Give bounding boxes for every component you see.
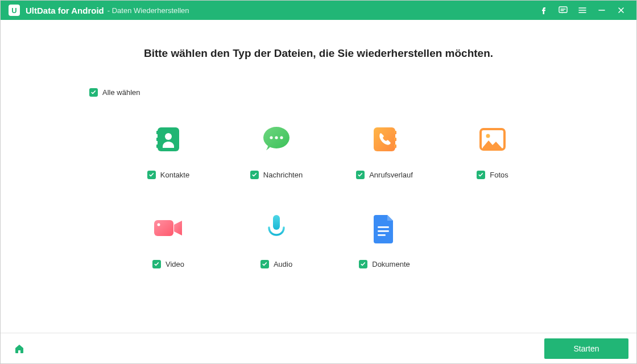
file-type-grid: Kontakte Nachrichten <box>114 123 597 268</box>
tile-messages[interactable]: Nachrichten <box>222 123 330 179</box>
close-button[interactable] <box>611 1 631 20</box>
select-all-row[interactable]: Alle wählen <box>89 88 597 97</box>
svg-rect-3 <box>156 138 159 141</box>
home-icon[interactable] <box>9 338 30 359</box>
svg-point-15 <box>486 134 490 138</box>
svg-rect-4 <box>156 144 159 148</box>
svg-rect-13 <box>394 144 396 148</box>
photos-icon <box>477 123 508 156</box>
tile-documents[interactable]: Dokumente <box>330 212 439 268</box>
main-content: Bitte wählen den Typ der Dateien, die Si… <box>1 20 636 333</box>
titlebar: U UltData for Android - Daten Wiederhers… <box>1 1 636 20</box>
svg-point-7 <box>270 136 272 139</box>
svg-point-9 <box>280 136 283 139</box>
svg-rect-20 <box>378 230 389 232</box>
svg-point-17 <box>158 224 160 226</box>
svg-rect-16 <box>154 220 173 236</box>
svg-rect-21 <box>378 234 386 236</box>
callhistory-checkbox[interactable] <box>356 171 365 179</box>
page-headline: Bitte wählen den Typ der Dateien, die Si… <box>40 47 597 60</box>
feedback-icon[interactable] <box>553 1 573 20</box>
svg-point-5 <box>165 133 172 140</box>
tile-video[interactable]: Video <box>114 212 222 268</box>
start-button[interactable]: Starten <box>544 338 628 359</box>
messages-label: Nachrichten <box>263 171 303 179</box>
video-label: Video <box>166 260 184 268</box>
messages-icon <box>260 123 293 156</box>
app-title: UltData for Android <box>26 6 104 15</box>
documents-label: Dokumente <box>372 260 410 268</box>
callhistory-label: Anrufsverlauf <box>369 171 413 179</box>
tile-audio[interactable]: Audio <box>222 212 330 268</box>
svg-rect-18 <box>273 215 280 230</box>
tile-contacts[interactable]: Kontakte <box>114 123 222 179</box>
callhistory-icon <box>369 123 400 156</box>
messages-checkbox[interactable] <box>250 171 259 179</box>
contacts-icon <box>153 123 184 156</box>
select-all-checkbox[interactable] <box>89 88 98 97</box>
photos-label: Fotos <box>490 171 508 179</box>
facebook-icon[interactable] <box>534 1 553 20</box>
svg-rect-2 <box>156 131 159 134</box>
contacts-checkbox[interactable] <box>147 171 156 179</box>
select-all-label: Alle wählen <box>102 88 140 97</box>
contacts-label: Kontakte <box>160 171 189 179</box>
footer: Starten <box>1 333 636 363</box>
tile-callhistory[interactable]: Anrufsverlauf <box>330 123 439 179</box>
tile-photos[interactable]: Fotos <box>439 123 547 179</box>
audio-icon <box>263 212 290 245</box>
minimize-button[interactable] <box>592 1 611 20</box>
app-logo-icon: U <box>9 5 20 16</box>
menu-icon[interactable] <box>573 1 592 20</box>
photos-checkbox[interactable] <box>477 171 485 179</box>
audio-checkbox[interactable] <box>260 260 269 268</box>
app-subtitle: - Daten Wiederherstellen <box>107 6 189 15</box>
svg-point-8 <box>275 136 278 139</box>
svg-rect-12 <box>394 138 396 141</box>
documents-checkbox[interactable] <box>359 260 367 268</box>
svg-rect-19 <box>378 226 389 228</box>
video-checkbox[interactable] <box>152 260 161 268</box>
svg-rect-0 <box>559 7 567 13</box>
documents-icon <box>371 212 398 245</box>
svg-rect-10 <box>374 127 395 151</box>
video-icon <box>151 212 185 245</box>
svg-rect-11 <box>394 131 396 134</box>
app-window: U UltData for Android - Daten Wiederhers… <box>0 0 637 364</box>
audio-label: Audio <box>274 260 292 268</box>
